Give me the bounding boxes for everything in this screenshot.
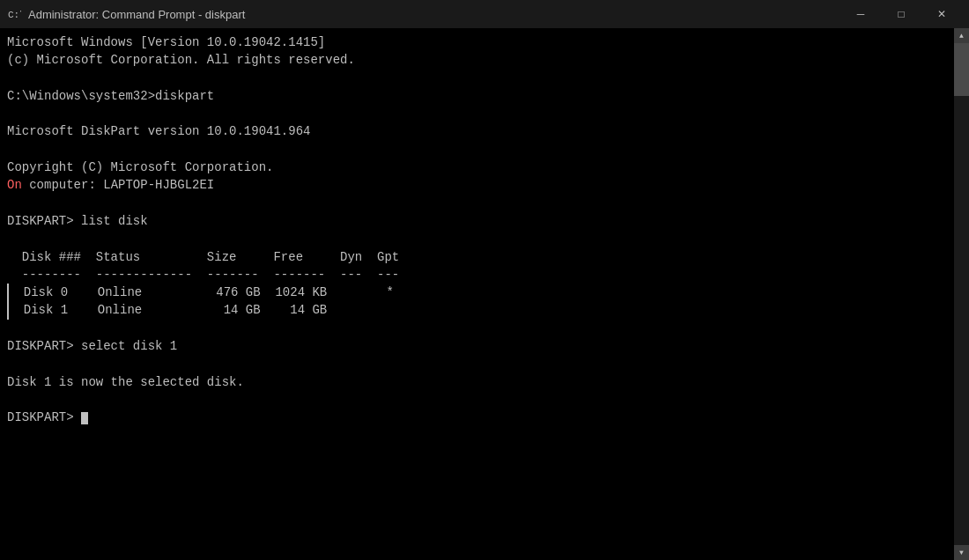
on-marker: On bbox=[7, 178, 22, 192]
cmd-icon: C:\ bbox=[7, 7, 21, 21]
output-line-17: DISKPART> select disk 1 bbox=[7, 337, 947, 355]
output-line-2: (c) Microsoft Corporation. All rights re… bbox=[7, 51, 947, 69]
app-window: C:\ Administrator: Command Prompt - disk… bbox=[0, 0, 969, 560]
title-bar: C:\ Administrator: Command Prompt - disk… bbox=[0, 0, 969, 28]
output-line-20 bbox=[7, 391, 947, 409]
output-line-16 bbox=[7, 320, 947, 337]
output-line-13: Disk ### Status Size Free Dyn Gpt bbox=[7, 248, 947, 266]
output-line-7 bbox=[7, 141, 947, 158]
scrollbar-thumb[interactable] bbox=[954, 43, 969, 96]
restore-button[interactable]: □ bbox=[881, 0, 921, 28]
output-line-19: Disk 1 is now the selected disk. bbox=[7, 373, 947, 391]
output-line-9: On computer: LAPTOP-HJBGL2EI bbox=[7, 176, 947, 194]
scroll-down-button[interactable]: ▼ bbox=[954, 545, 969, 560]
output-line-4: C:\Windows\system32>diskpart bbox=[7, 87, 947, 105]
close-button[interactable]: ✕ bbox=[921, 0, 962, 28]
output-line-11: DISKPART> list disk bbox=[7, 212, 947, 230]
output-line-18 bbox=[7, 355, 947, 372]
prompt-text: DISKPART> bbox=[7, 410, 81, 424]
disk-0-row: Disk 0 Online 476 GB 1024 KB * bbox=[7, 284, 947, 301]
output-line-3 bbox=[7, 70, 947, 87]
minimize-button[interactable]: ─ bbox=[840, 0, 881, 28]
title-bar-left: C:\ Administrator: Command Prompt - disk… bbox=[7, 7, 245, 21]
output-line-8: Copyright (C) Microsoft Corporation. bbox=[7, 158, 947, 176]
scrollbar[interactable]: ▲ ▼ bbox=[954, 28, 969, 560]
prompt-line: DISKPART> bbox=[7, 409, 947, 426]
disk-1-row: Disk 1 Online 14 GB 14 GB bbox=[7, 301, 947, 319]
cursor bbox=[81, 412, 88, 424]
output-line-14: -------- ------------- ------- ------- -… bbox=[7, 266, 947, 284]
output-line-1: Microsoft Windows [Version 10.0.19042.14… bbox=[7, 33, 947, 51]
svg-text:C:\: C:\ bbox=[8, 10, 21, 20]
terminal-content[interactable]: Microsoft Windows [Version 10.0.19042.14… bbox=[0, 28, 954, 560]
output-line-12 bbox=[7, 230, 947, 247]
window-title: Administrator: Command Prompt - diskpart bbox=[28, 8, 245, 21]
scroll-up-button[interactable]: ▲ bbox=[954, 28, 969, 43]
window-controls: ─ □ ✕ bbox=[840, 0, 962, 28]
output-line-6: Microsoft DiskPart version 10.0.19041.96… bbox=[7, 122, 947, 140]
output-line-10 bbox=[7, 195, 947, 212]
window-body: Microsoft Windows [Version 10.0.19042.14… bbox=[0, 28, 969, 560]
output-line-5 bbox=[7, 105, 947, 122]
scrollbar-track[interactable] bbox=[954, 43, 969, 545]
